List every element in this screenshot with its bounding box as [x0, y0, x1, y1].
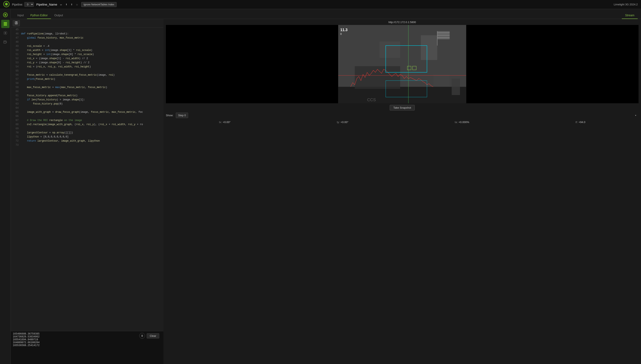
show-select[interactable]: Step 0 Step 1 Step 2	[176, 112, 188, 118]
console-clear-button[interactable]: Clear	[147, 333, 159, 338]
sidebar-item-pipeline[interactable]	[1, 20, 10, 28]
line-content: global focus_history, max_focus_metric	[21, 36, 83, 40]
svg-text:CCS: CCS	[367, 98, 376, 102]
save-button[interactable]	[13, 20, 20, 26]
stream-image-container: CCS	[166, 25, 638, 103]
upload-icon[interactable]: ⬆	[70, 2, 74, 7]
svg-point-9	[5, 32, 6, 34]
line-content: roi_scsale = .4	[21, 44, 49, 48]
svg-rect-30	[452, 78, 460, 95]
line-number: 65	[11, 110, 21, 114]
console-panel: ⏸ Clear 165406608.36759385164736829.5363…	[11, 331, 163, 364]
line-number: 73	[11, 143, 21, 147]
line-number: 48	[11, 40, 21, 44]
line-content: print(focus_metric)	[21, 77, 55, 81]
metric-tx: tx: +0.00°	[219, 120, 231, 124]
main-layout: Input Python Editor Output Stream	[0, 9, 641, 364]
sidebar-item-settings[interactable]	[1, 29, 10, 37]
line-content: max_focus_metric = max(max_focus_metric,…	[21, 85, 107, 90]
svg-rect-7	[4, 24, 7, 24]
edit-icon[interactable]: ✏️	[59, 2, 63, 7]
line-number: 54	[11, 65, 21, 69]
code-editor[interactable]: 4546def runPipeline(image, llrobot):47 g…	[11, 28, 163, 331]
code-line: 64	[11, 106, 163, 110]
tab-output[interactable]: Output	[51, 12, 66, 19]
console-pause-button[interactable]: ⏸	[139, 333, 145, 339]
line-content: roi = (roi_x, roi_y, roi_width, roi_heig…	[21, 65, 91, 69]
svg-rect-26	[437, 37, 450, 38]
editor-panel: 4546def runPipeline(image, llrobot):47 g…	[11, 19, 163, 364]
svg-rect-11	[5, 42, 5, 42]
line-content: largestContour = np.array([[]])	[21, 131, 73, 135]
tab-python-editor[interactable]: Python Editor	[27, 12, 51, 19]
metric-tf: tf: +94.0	[576, 120, 585, 124]
line-number: 58	[11, 81, 21, 85]
metric-ty: ty: +0.00°	[337, 120, 349, 124]
code-line: 56 focus_metric = calculate_tenengrad_fo…	[11, 73, 163, 77]
pipeline-selector[interactable]: 0 1 2	[24, 2, 34, 7]
line-content: roi_x = (image.shape[1] - roi_width) // …	[21, 56, 88, 60]
svg-text:0: 0	[341, 32, 342, 36]
ta-label: ta:	[455, 120, 458, 124]
line-content: roi_y = (image.shape[0] - roi_height) //…	[21, 60, 89, 65]
code-line: 53 roi_y = (image.shape[0] - roi_height)…	[11, 60, 163, 65]
line-number: 62	[11, 98, 21, 102]
code-line: 47 global focus_history, max_focus_metri…	[11, 36, 163, 40]
pipeline-name: Pipeline_Name	[36, 3, 57, 6]
code-line: 73	[11, 143, 163, 147]
code-line: 71 llpython = [0,0,0,0,0,0,0,0]	[11, 135, 163, 139]
line-content: image_with_graph = draw_focus_graph(imag…	[21, 110, 143, 114]
stream-controls: Take Snapshot	[166, 105, 638, 110]
line-number: 53	[11, 60, 21, 65]
line-content: roi_height = int(image.shape[0] * roi_sc…	[21, 52, 94, 56]
tabs-bar: Input Python Editor Output Stream	[11, 9, 641, 19]
code-line: 45	[11, 28, 163, 32]
metrics-row: tx: +0.00° ty: +0.00° ta: +0.000% tf: +9…	[166, 120, 638, 124]
editor-stream-row: 4546def runPipeline(image, llrobot):47 g…	[11, 19, 641, 364]
code-line: 55	[11, 69, 163, 73]
svg-rect-14	[16, 22, 17, 23]
tab-stream[interactable]: Stream	[622, 12, 638, 19]
code-line: 57 print(focus_metric)	[11, 77, 163, 81]
ignore-networktables-button[interactable]: Ignore NetworkTables Index	[81, 2, 117, 7]
take-snapshot-button[interactable]: Take Snapshot	[390, 105, 415, 110]
ty-label: ty:	[337, 120, 340, 124]
line-content: return largestContour, image_with_graph,…	[21, 139, 100, 143]
console-controls: ⏸ Clear	[139, 333, 159, 339]
line-number: 51	[11, 52, 21, 56]
download-icon[interactable]: ⬇	[65, 2, 68, 7]
line-number: 59	[11, 85, 21, 90]
line-number: 66	[11, 114, 21, 118]
code-line: 51 roi_height = int(image.shape[0] * roi…	[11, 52, 163, 56]
sidebar-item-logo	[1, 11, 10, 19]
code-line: 63 focus_history.pop(0)	[11, 102, 163, 106]
console-line: 164809072.66100204	[13, 341, 161, 344]
editor-toolbar	[11, 19, 163, 28]
line-number: 69	[11, 126, 21, 131]
app-logo	[3, 1, 10, 8]
line-number: 45	[11, 28, 21, 32]
code-line: 49 roi_scsale = .4	[11, 44, 163, 48]
code-line: 69	[11, 126, 163, 131]
code-line: 61 focus_history.append(focus_metric)	[11, 94, 163, 98]
line-number: 64	[11, 106, 21, 110]
line-number: 71	[11, 135, 21, 139]
line-number: 67	[11, 118, 21, 122]
svg-rect-20	[421, 35, 437, 60]
line-content: cv2.rectangle(image_with_graph, (roi_x, …	[21, 122, 143, 126]
code-line: 46def runPipeline(image, llrobot):	[11, 32, 163, 36]
code-line: 72 return largestContour, image_with_gra…	[11, 139, 163, 143]
line-number: 70	[11, 131, 21, 135]
code-line: 50 roi_width = int(image.shape[1] * roi_…	[11, 48, 163, 52]
star-icon[interactable]: ☆	[75, 2, 79, 7]
svg-marker-28	[355, 66, 400, 89]
sidebar-item-output[interactable]	[1, 38, 10, 46]
tx-label: tx:	[219, 120, 222, 124]
line-number: 63	[11, 102, 21, 106]
svg-point-2	[6, 4, 7, 5]
top-bar: Pipeline: 0 1 2 Pipeline_Name ✏️ ⬇ ⬆ ☆ I…	[0, 0, 641, 9]
tab-input[interactable]: Input	[14, 12, 27, 19]
code-line: 66	[11, 114, 163, 118]
line-content: focus_metric = calculate_tenengrad_focus…	[21, 73, 115, 77]
line-number: 49	[11, 44, 21, 48]
